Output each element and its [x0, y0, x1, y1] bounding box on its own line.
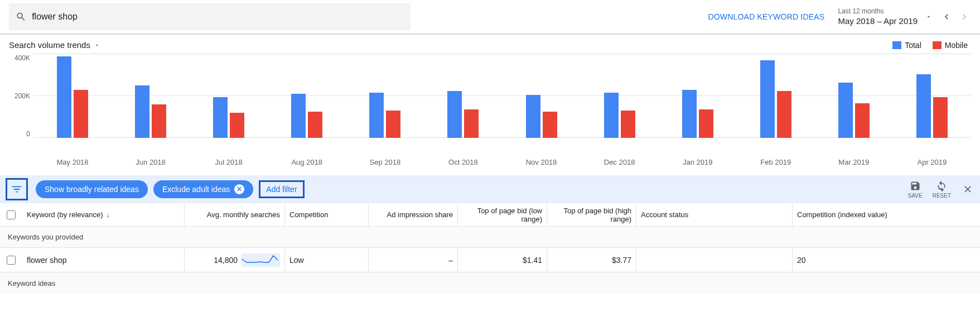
bar-total [916, 74, 931, 138]
bar-mobile [74, 90, 88, 138]
chart-x-axis: May 2018Jun 2018Jul 2018Aug 2018Sep 2018… [33, 155, 971, 166]
col-header-high-bid[interactable]: Top of page bid (high range) [547, 203, 636, 226]
x-axis-label: Jan 2019 [659, 155, 737, 166]
bar-total [57, 56, 71, 138]
bar-mobile [933, 97, 948, 138]
close-filter-bar-button[interactable] [961, 183, 974, 196]
x-axis-label: May 2018 [33, 155, 112, 166]
table-row[interactable]: flower shop 14,800 Low – $1.41 $3.77 20 [0, 248, 980, 272]
x-axis-label: Oct 2018 [424, 155, 502, 166]
section-keywords-provided: Keywords you provided [0, 227, 980, 248]
reset-filters-button[interactable]: RESET [933, 180, 951, 199]
legend-label-mobile: Mobile [945, 41, 968, 50]
close-icon [962, 184, 973, 195]
col-header-avg[interactable]: Avg. monthly searches [184, 203, 284, 226]
filter-chip-exclude-adult[interactable]: Exclude adult ideas ✕ [153, 180, 253, 198]
date-main-label: May 2018 – Apr 2019 [838, 16, 918, 26]
table-header-row: Keyword (by relevance) ↓ Avg. monthly se… [0, 203, 980, 227]
caret-down-icon [94, 42, 100, 49]
add-filter-button[interactable]: Add filter [259, 180, 304, 198]
dropdown-caret-icon[interactable] [922, 10, 935, 23]
chip-remove-icon[interactable]: ✕ [234, 184, 244, 194]
svg-rect-0 [241, 253, 280, 267]
filter-chip-broadly-related[interactable]: Show broadly related ideas [36, 180, 148, 198]
cell-impression: – [368, 248, 457, 272]
x-axis-label: Jun 2018 [112, 155, 190, 166]
sparkline-icon [241, 253, 280, 267]
col-header-competition-index[interactable]: Competition (indexed value) [792, 203, 980, 226]
bar-group [33, 54, 112, 138]
date-sub-label: Last 12 months [838, 7, 918, 15]
bar-group [659, 54, 737, 138]
cell-keyword: flower shop [22, 248, 184, 272]
cell-high-bid: $3.77 [547, 248, 636, 272]
col-header-keyword[interactable]: Keyword (by relevance) ↓ [22, 203, 184, 226]
bar-group [346, 54, 424, 138]
download-keyword-ideas-link[interactable]: DOWNLOAD KEYWORD IDEAS [708, 12, 824, 21]
bar-total [838, 83, 853, 138]
bar-mobile [308, 112, 322, 138]
sort-arrow-icon: ↓ [107, 210, 110, 219]
bar-mobile [230, 113, 244, 138]
col-header-impression[interactable]: Ad impression share [368, 203, 457, 226]
bar-group [893, 54, 971, 138]
bar-mobile [699, 109, 713, 138]
bar-total [135, 85, 149, 138]
bar-total [447, 91, 462, 138]
x-axis-label: Aug 2018 [268, 155, 346, 166]
bar-mobile [543, 112, 557, 138]
x-axis-label: Mar 2019 [815, 155, 893, 166]
filter-toggle-button[interactable] [6, 178, 28, 200]
bar-total [291, 94, 306, 138]
bar-group [424, 54, 502, 138]
bar-total [604, 93, 619, 138]
bar-group [268, 54, 346, 138]
bar-group [737, 54, 815, 138]
bar-mobile [152, 104, 166, 138]
col-header-low-bid[interactable]: Top of page bid (low range) [457, 203, 547, 226]
search-input[interactable] [32, 12, 404, 22]
x-axis-label: Jul 2018 [190, 155, 268, 166]
row-checkbox[interactable] [7, 256, 16, 265]
bar-group [502, 54, 580, 138]
cell-competition-index: 20 [792, 248, 980, 272]
cell-low-bid: $1.41 [457, 248, 547, 272]
legend-label-total: Total [905, 41, 921, 50]
save-filters-button[interactable]: SAVE [908, 180, 923, 199]
bar-mobile [777, 91, 791, 138]
bar-mobile [621, 111, 635, 138]
x-axis-label: Dec 2018 [581, 155, 659, 166]
add-filter-label: Add filter [266, 185, 297, 194]
bar-group [112, 54, 190, 138]
chart-metric-label: Search volume trends [9, 40, 90, 50]
col-header-competition[interactable]: Competition [284, 203, 368, 226]
x-axis-label: Nov 2018 [502, 155, 580, 166]
select-all-checkbox[interactable] [7, 210, 16, 219]
bar-group [190, 54, 268, 138]
chip-label: Exclude adult ideas [162, 185, 230, 194]
chart-legend: Total Mobile [892, 41, 971, 50]
cell-account-status [636, 248, 792, 272]
reset-icon [936, 180, 947, 191]
bar-total [213, 97, 228, 138]
col-header-account-status[interactable]: Account status [636, 203, 792, 226]
legend-swatch-mobile [933, 41, 942, 49]
funnel-icon [11, 183, 23, 195]
prev-period-button[interactable] [940, 10, 953, 23]
bar-total [760, 60, 775, 138]
bar-total [526, 95, 540, 138]
next-period-button[interactable] [958, 10, 971, 23]
legend-swatch-total [892, 41, 901, 49]
cell-avg: 14,800 [184, 248, 284, 272]
reset-label: RESET [933, 193, 951, 199]
save-icon [910, 180, 921, 191]
bar-total [369, 93, 384, 138]
x-axis-label: Feb 2019 [737, 155, 815, 166]
chip-label: Show broadly related ideas [45, 185, 139, 194]
bar-total [682, 90, 697, 138]
date-range-picker[interactable]: Last 12 months May 2018 – Apr 2019 [838, 7, 918, 26]
chart-metric-dropdown[interactable]: Search volume trends [9, 40, 100, 50]
bar-mobile [464, 109, 479, 138]
search-box[interactable] [9, 3, 411, 30]
bar-group [815, 54, 893, 138]
